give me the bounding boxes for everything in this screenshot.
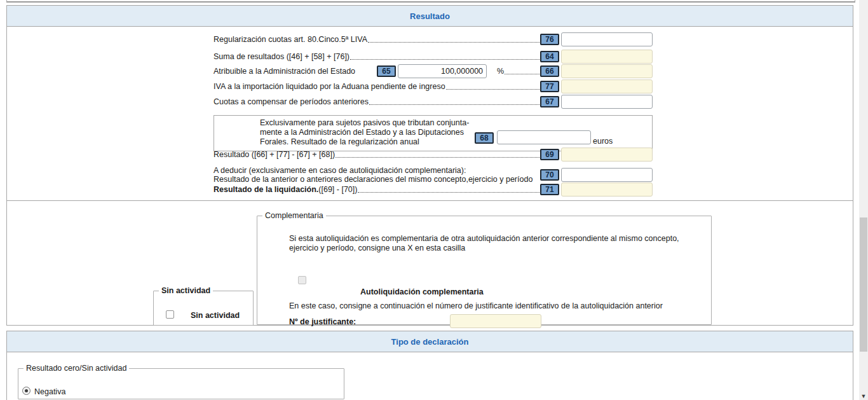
box-number-77: 77: [540, 81, 559, 92]
box-number-67: 67: [540, 96, 559, 107]
dotted-leader: [350, 59, 539, 60]
negativa-label: Negativa: [34, 387, 65, 396]
input-casilla-67[interactable]: [561, 95, 653, 109]
input-casilla-77[interactable]: [561, 79, 653, 93]
dotted-leader: [358, 191, 539, 193]
dotted-leader: [336, 156, 539, 158]
complementaria-instruction: En este caso, consigne a continuación el…: [289, 301, 663, 310]
percent-suffix: %: [497, 67, 504, 76]
section-header-tipo-declaracion: Tipo de declaración: [7, 331, 853, 352]
complementaria-checkbox[interactable]: [298, 276, 306, 284]
fieldset-complementaria: Complementaria Si esta autoliquidación e…: [257, 211, 712, 325]
section-title: Tipo de declaración: [391, 337, 469, 347]
dotted-leader: [369, 104, 539, 105]
section-header-resultado: Resultado: [7, 6, 853, 27]
input-casilla-64[interactable]: [561, 50, 653, 64]
field-label-71: Resultado de la liquidación.([69] - [70]…: [214, 185, 357, 194]
previous-section-edge: [6, 0, 855, 3]
form-row-65-66: Atribuible a la Administración del Estad…: [214, 64, 653, 79]
form-row-77: IVA a la importación liquidado por la Ad…: [214, 79, 653, 94]
box-number-71: 71: [540, 184, 559, 195]
box-number-66: 66: [540, 66, 559, 77]
input-casilla-70[interactable]: [561, 168, 653, 182]
form-row-69: Resultado ([66] + [77] - [67] + [68]) 69: [214, 147, 653, 162]
fieldset-legend: Complementaria: [262, 211, 326, 220]
dotted-leader: [368, 41, 539, 43]
vertical-scrollbar-thumb[interactable]: [860, 217, 867, 352]
field-label-64: Suma de resultados ([46] + [58] + [76]): [214, 52, 349, 61]
vertical-scrollbar-track[interactable]: ▼: [859, 0, 868, 400]
fieldset-legend: Sin actividad: [159, 286, 213, 295]
fieldset-sin-actividad: Sin actividad Sin actividad: [153, 286, 254, 326]
autoliquidacion-complementaria-title: Autoliquidación complementaria: [360, 287, 484, 296]
input-casilla-76[interactable]: [561, 32, 653, 46]
box-number-65: 65: [377, 66, 396, 77]
input-casilla-65[interactable]: [398, 64, 487, 78]
input-casilla-69[interactable]: [561, 148, 653, 162]
negativa-radio[interactable]: [22, 387, 31, 395]
box-number-70: 70: [540, 169, 559, 181]
section-resultado: Resultado Regularización cuotas art. 80.…: [6, 5, 853, 326]
box-number-76: 76: [540, 34, 559, 45]
box-number-64: 64: [540, 51, 559, 62]
euros-suffix: euros: [593, 137, 613, 146]
field-label-65: Atribuible a la Administración del Estad…: [214, 67, 355, 76]
input-casilla-68[interactable]: [497, 130, 591, 144]
form-row-68-box: Exclusivamente para sujetos pasivos que …: [214, 115, 653, 151]
fieldset-legend: Resultado cero/Sin actividad: [24, 364, 129, 373]
fieldset-resultado-cero: Resultado cero/Sin actividad Negativa: [18, 364, 344, 399]
justificante-label: Nº de justificante:: [289, 317, 356, 326]
justificante-input[interactable]: [450, 314, 541, 328]
tax-form-page: Resultado Regularización cuotas art. 80.…: [0, 0, 868, 400]
complementaria-intro-text: Si esta autoliquidación es complementari…: [289, 234, 696, 253]
field-label-76: Regularización cuotas art. 80.Cinco.5ª L…: [214, 35, 367, 44]
form-row-64: Suma de resultados ([46] + [58] + [76]) …: [214, 49, 653, 64]
field-label-77: IVA a la importación liquidado por la Ad…: [214, 82, 445, 91]
field-label-67: Cuotas a compensar de períodos anteriore…: [214, 97, 369, 106]
field-label-68: Exclusivamente para sujetos pasivos que …: [260, 118, 469, 147]
field-label-69: Resultado ([66] + [77] - [67] + [68]): [214, 150, 335, 159]
input-casilla-66[interactable]: [561, 64, 653, 78]
input-casilla-71[interactable]: [561, 183, 653, 197]
scroll-down-arrow-icon[interactable]: ▼: [859, 393, 868, 400]
box-number-69: 69: [540, 149, 559, 160]
dotted-leader: [505, 73, 539, 74]
spacer: [535, 179, 539, 181]
section-title: Resultado: [410, 11, 450, 21]
sin-actividad-label: Sin actividad: [191, 311, 240, 320]
box-number-68: 68: [475, 132, 494, 144]
sin-actividad-checkbox[interactable]: [166, 310, 174, 319]
dotted-leader: [446, 88, 539, 90]
section-tipo-declaracion: Tipo de declaración Resultado cero/Sin a…: [6, 331, 853, 400]
section-divider: [7, 200, 853, 201]
form-row-71: Resultado de la liquidación.([69] - [70]…: [214, 182, 653, 197]
form-row-67: Cuotas a compensar de períodos anteriore…: [214, 94, 653, 109]
spacer: [356, 73, 376, 74]
form-row-76: Regularización cuotas art. 80.Cinco.5ª L…: [214, 32, 653, 47]
field-label-70: A deducir (exclusivamente en caso de aut…: [214, 166, 534, 184]
